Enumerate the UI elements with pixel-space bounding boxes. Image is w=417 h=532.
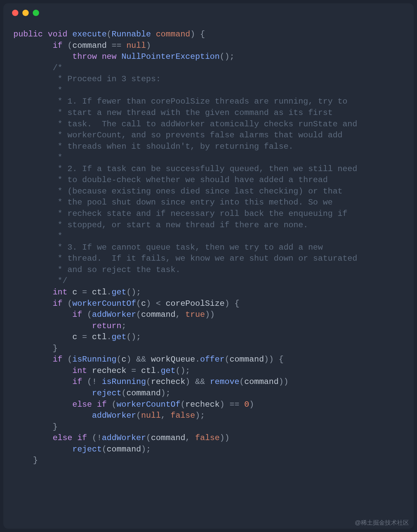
code-line: * Proceed in 3 steps:: [13, 75, 161, 84]
code-line: public void execute(Runnable command) {: [13, 30, 205, 39]
minimize-icon[interactable]: [22, 10, 29, 16]
code-content: public void execute(Runnable command) { …: [3, 22, 414, 476]
maximize-icon[interactable]: [33, 10, 39, 16]
code-line: throw new NullPointerException();: [13, 52, 235, 61]
code-line: return;: [13, 321, 126, 330]
window-titlebar: [3, 3, 414, 22]
code-line: * (because existing ones died since last…: [13, 187, 342, 196]
code-line: int recheck = ctl.get();: [13, 366, 190, 375]
code-line: * 3. If we cannot queue task, then we tr…: [13, 243, 323, 252]
code-line: if (addWorker(command, true)): [13, 310, 215, 319]
code-line: *: [13, 232, 62, 241]
code-line: }: [13, 344, 57, 353]
code-line: *: [13, 153, 62, 162]
code-line: int c = ctl.get();: [13, 288, 141, 297]
code-line: * thread. If it fails, we know we are sh…: [13, 254, 357, 263]
code-line: * workerCount, and so prevents false ala…: [13, 131, 342, 140]
code-line: c = ctl.get();: [13, 332, 141, 342]
code-line: else if (!addWorker(command, false)): [13, 433, 230, 442]
code-line: }: [13, 456, 38, 465]
code-line: if (workerCountOf(c) < corePoolSize) {: [13, 299, 239, 308]
code-line: * and so reject the task.: [13, 265, 180, 274]
code-line: addWorker(null, false);: [13, 411, 205, 420]
code-line: else if (workerCountOf(recheck) == 0): [13, 400, 254, 409]
code-line: * stopped, or start a new thread if ther…: [13, 221, 308, 230]
code-line: * task. The call to addWorker atomically…: [13, 120, 357, 129]
code-line: reject(command);: [13, 389, 171, 398]
code-line: *: [13, 86, 62, 95]
code-line: * 1. If fewer than corePoolSize threads …: [13, 97, 348, 106]
code-line: * recheck state and if necessary roll ba…: [13, 209, 348, 218]
watermark-text: @稀土掘金技术社区: [355, 519, 409, 527]
code-line: * 2. If a task can be successfully queue…: [13, 164, 357, 173]
code-line: * to double-check whether we should have…: [13, 175, 328, 184]
code-line: * the pool shut down since entry into th…: [13, 198, 333, 207]
code-line: if (command == null): [13, 41, 151, 50]
code-window: public void execute(Runnable command) { …: [3, 3, 414, 529]
code-line: * threads when it shouldn't, by returnin…: [13, 142, 293, 151]
code-line: reject(command);: [13, 445, 151, 454]
code-line: * start a new thread with the given comm…: [13, 108, 333, 117]
code-line: /*: [13, 63, 62, 73]
code-line: }: [13, 422, 57, 431]
close-icon[interactable]: [12, 10, 18, 16]
code-line: if (! isRunning(recheck) && remove(comma…: [13, 377, 288, 386]
code-line: */: [13, 276, 67, 285]
code-line: if (isRunning(c) && workQueue.offer(comm…: [13, 355, 284, 364]
